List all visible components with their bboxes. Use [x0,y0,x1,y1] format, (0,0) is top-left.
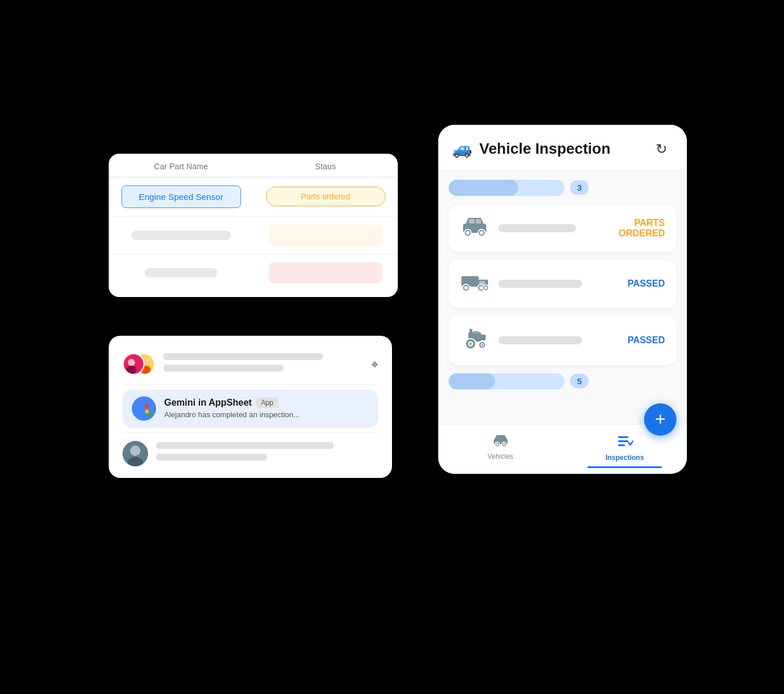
notification-text-block [163,353,363,376]
svg-point-10 [130,446,140,456]
refresh-button[interactable]: ↻ [650,138,673,161]
inspections-nav-label: Inspections [605,454,644,462]
progress-badge-bottom: 5 [570,374,589,388]
placeholder-line [498,280,582,288]
progress-fill-bottom [449,373,495,389]
car-emoji: 🚙 [452,139,472,158]
gemini-icon [132,396,156,421]
gemini-notification-row[interactable]: Gemini in AppSheet App Alejandro has com… [123,389,378,428]
notification-row-top: ⌖ [123,347,378,382]
placeholder-line [156,442,334,449]
placeholder-bar-yellow [269,225,382,246]
placeholder-bar [145,268,218,277]
table-cell-placeholder [253,260,398,285]
placeholder-line [163,365,283,372]
svg-rect-48 [618,444,625,446]
svg-point-2 [126,365,136,373]
item-placeholder [498,224,609,232]
svg-rect-32 [476,335,486,340]
online-indicator [148,413,153,417]
table-cell-placeholder [109,228,253,242]
divider [123,432,378,433]
table-cell-status: Parts ordered [253,184,398,209]
truck-icon [460,270,489,298]
avatar-group [123,352,155,377]
nav-active-underline [587,466,662,468]
progress-row-top: 3 [449,180,676,196]
progress-fill [449,180,518,196]
status-badge-orange: Parts ordered [266,187,386,206]
table-card: Car Part Name Staus Engine Speed Sensor … [109,154,398,297]
nav-item-vehicles[interactable]: Vehicles [438,432,563,470]
app-title: Vehicle Inspection [479,140,643,158]
table-cell-part-name: Engine Speed Sensor [109,183,253,210]
svg-rect-33 [473,331,479,334]
notification-card: ⌖ Gemini in AppSheet App Alejandro has c… [109,336,392,478]
notification-text-block-bottom [156,442,378,465]
svg-rect-23 [479,281,485,284]
svg-point-1 [128,359,135,366]
svg-point-43 [496,443,498,446]
fab-button[interactable]: + [644,403,676,436]
svg-point-45 [503,443,505,446]
avatar-single [123,441,148,466]
svg-point-7 [145,404,149,409]
placeholder-line [498,336,582,344]
svg-marker-41 [495,435,506,439]
svg-point-16 [466,231,469,235]
progress-badge-top: 3 [570,180,589,195]
notification-row-bottom [123,435,378,466]
gemini-name: Gemini in AppSheet [164,398,252,408]
item-placeholder [498,280,618,288]
table-row [109,254,398,291]
avatar-1 [123,353,145,375]
status-passed-2: PASSED [627,335,665,346]
placeholder-bar [131,231,231,240]
status-parts-ordered: PARTSORDERED [619,218,665,239]
progress-bar [449,180,564,196]
divider [123,384,378,385]
vehicles-nav-icon [493,434,509,450]
progress-bar-bottom [449,373,564,389]
svg-point-6 [138,406,144,411]
col2-header: Staus [253,162,398,171]
inspection-item-3[interactable]: PASSED [449,316,676,365]
inspections-nav-icon [617,434,633,451]
gemini-text-block: Gemini in AppSheet App Alejandro has com… [164,398,369,419]
svg-point-29 [485,286,487,289]
placeholder-line [163,353,323,360]
placeholder-bar-pink [269,262,382,283]
placeholder-line [498,224,576,232]
svg-rect-19 [476,219,481,224]
pin-icon[interactable]: ⌖ [371,357,378,372]
svg-point-25 [464,286,468,290]
inspection-item-2[interactable]: PASSED [449,260,676,308]
table-row[interactable]: Engine Speed Sensor Parts ordered [109,177,398,217]
table-cell-placeholder [253,222,398,248]
status-passed-1: PASSED [627,279,665,289]
svg-rect-46 [618,436,628,438]
svg-point-39 [482,344,483,346]
svg-rect-47 [618,440,628,442]
table-row [109,217,398,254]
table-header-row: Car Part Name Staus [109,154,398,177]
svg-point-36 [469,343,472,345]
app-body: 3 [438,170,687,401]
nav-item-inspections[interactable]: Inspections [563,432,687,470]
part-name-value: Engine Speed Sensor [121,185,241,208]
vehicles-nav-label: Vehicles [487,452,513,461]
scene: Car Part Name Staus Engine Speed Sensor … [74,73,710,622]
svg-rect-31 [469,329,472,333]
gemini-app-badge: App [256,398,278,408]
progress-row-bottom: 5 [449,373,676,389]
inspection-item-1[interactable]: PARTSORDERED [449,205,676,252]
gemini-title-row: Gemini in AppSheet App [164,398,369,408]
svg-point-17 [480,231,483,235]
placeholder-line [156,454,267,461]
gemini-message: Alejandro has completed an inspection... [164,410,369,419]
car-icon [460,216,489,242]
table-cell-placeholder [109,266,253,280]
tractor-icon [460,326,489,355]
app-header: 🚙 Vehicle Inspection ↻ [438,125,687,170]
app-card: 🚙 Vehicle Inspection ↻ 3 [438,125,687,474]
